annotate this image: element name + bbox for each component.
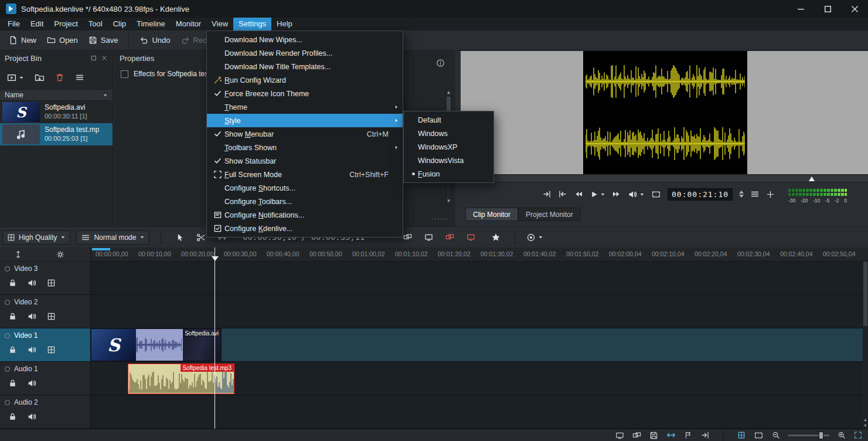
zone-mode-icon[interactable] [700,430,710,440]
menu-item-run-config-wizard[interactable]: Run Config Wizard [207,73,403,87]
menu-item-download-new-title-templates[interactable]: Download New Title Templates... [207,60,403,73]
bin-column-header[interactable]: Name [0,89,113,101]
volume-button[interactable] [628,189,645,199]
timeline-clip-video[interactable]: SSoftpedia.avi [91,328,222,361]
zone-mode-icon[interactable] [651,189,661,199]
lock-icon[interactable] [8,345,17,355]
tab-project-monitor[interactable]: Project Monitor [518,208,581,221]
menubar-item-project[interactable]: Project [49,18,83,30]
timeline-vscrollbar[interactable]: ▲ ▼ [863,262,868,429]
track-header-video-1[interactable]: Video 1 [0,328,91,362]
set-zone-out-icon[interactable] [558,189,567,199]
playhead-line[interactable] [215,247,215,429]
timeline-settings-icon[interactable] [56,250,64,259]
menu-item-configure-shortcuts[interactable]: Configure Shortcuts... [207,181,403,195]
track-target-indicator[interactable] [5,333,10,338]
track-lane-audio-2[interactable] [91,395,863,429]
zoom-in-icon[interactable] [838,431,846,439]
track-target-indicator[interactable] [5,367,10,372]
track-lane-video-1[interactable]: SSoftpedia.avi [91,328,863,362]
style-option-windowsvista[interactable]: WindowsVista [404,154,493,167]
stop-render-button[interactable] [464,230,479,245]
open-button[interactable]: Open [42,33,83,48]
markers-icon[interactable] [684,431,692,439]
menu-item-toolbars-shown[interactable]: Toolbars Shown [207,141,403,154]
monitor-menu-icon[interactable] [750,189,760,199]
minimize-button[interactable] [787,0,814,18]
hide-video-icon[interactable] [47,278,56,288]
undo-button[interactable]: Undo [134,33,175,48]
fit-zone-icon[interactable] [754,430,764,440]
zoom-slider[interactable] [788,435,829,436]
close-panel-icon[interactable] [101,55,108,62]
menu-item-full-screen-mode[interactable]: Full Screen ModeCtrl+Shift+F [207,168,403,181]
create-folder-icon[interactable] [35,73,45,83]
menu-item-style[interactable]: Style [207,114,403,127]
edit-mode-combo[interactable]: Normal mode [76,230,149,245]
quality-combo[interactable]: High Quality [2,230,70,245]
menu-item-configure-kdenlive[interactable]: Configure Kdenlive... [207,222,403,235]
autosave-icon[interactable] [649,431,658,440]
lock-icon[interactable] [8,278,17,288]
zoom-fit-icon[interactable] [854,431,862,439]
style-option-windowsxp[interactable]: WindowsXP [404,140,493,154]
track-target-indicator[interactable] [5,400,10,405]
tab-clip-monitor[interactable]: Clip Monitor [465,208,518,221]
rewind-icon[interactable] [574,189,583,199]
bin-clip-softpedia-avi[interactable]: SSoftpedia.avi00:00:30:11 [1] [0,101,113,123]
style-option-default[interactable]: Default [404,113,493,127]
lock-icon[interactable] [8,378,17,388]
menubar-item-tool[interactable]: Tool [83,18,108,30]
close-button[interactable] [841,0,868,18]
float-panel-icon[interactable] [90,55,97,62]
monitor-seekbar[interactable] [461,175,868,182]
snap-icon[interactable] [666,430,676,440]
track-lane-audio-1[interactable]: Softpedia test.mp3 [91,362,863,395]
mute-icon[interactable] [27,311,37,321]
save-button[interactable]: Save [83,33,124,48]
track-header-audio-2[interactable]: Audio 2 [0,395,91,429]
menu-item-theme[interactable]: Theme [207,100,403,114]
hide-video-icon[interactable] [47,345,56,355]
mute-icon[interactable] [27,278,37,288]
mute-icon[interactable] [27,412,37,422]
menubar-item-clip[interactable]: Clip [108,18,131,30]
panel-splitter-handle[interactable]: ...... [431,213,449,220]
menu-item-show-statusbar[interactable]: Show Statusbar [207,154,403,168]
track-target-indicator[interactable] [5,266,10,272]
mute-icon[interactable] [27,378,37,388]
bin-menu-icon[interactable] [75,73,84,82]
mute-icon[interactable] [27,345,37,355]
record-button[interactable] [526,233,543,242]
delete-clip-icon[interactable] [55,73,64,82]
track-header-audio-1[interactable]: Audio 1 [0,362,91,395]
monitor-add-icon[interactable] [766,190,775,199]
show-video-thumbnails-icon[interactable] [615,431,624,440]
menubar-item-timeline[interactable]: Timeline [131,18,171,30]
preview-render-button[interactable] [442,230,458,245]
new-button[interactable]: New [4,33,42,48]
track-resize-icon[interactable] [14,250,22,259]
menu-item-show-menubar[interactable]: Show MenubarCtrl+M [207,127,403,141]
menubar-item-edit[interactable]: Edit [25,18,49,30]
menu-item-download-new-render-profiles[interactable]: Download New Render Profiles... [207,46,403,60]
hide-video-icon[interactable] [47,311,56,321]
timeline-clip-audio[interactable]: Softpedia test.mp3 [128,364,234,394]
menu-item-force-breeze-icon-theme[interactable]: Force Breeze Icon Theme [207,87,403,100]
menu-item-configure-notifications[interactable]: Configure Notifications... [207,208,403,222]
timeline-ruler[interactable]: 00:00:00,0000:00:10,0000:00:20,0000:00:3… [91,247,868,262]
select-tool-button[interactable] [172,230,188,245]
style-option-fusion[interactable]: Fusion [404,167,493,181]
track-header-video-2[interactable]: Video 2 [0,295,91,328]
track-lane-video-2[interactable] [91,295,863,328]
monitor-timecode[interactable]: 00:00:21:10 [668,188,733,201]
play-button[interactable] [590,190,605,199]
set-zone-in-icon[interactable] [542,189,552,199]
favorite-effects-button[interactable] [488,230,503,245]
show-audio-thumbnails-icon[interactable] [632,431,641,440]
track-lane-video-3[interactable] [91,262,863,295]
track-target-indicator[interactable] [5,300,10,305]
grid-icon[interactable] [737,431,746,439]
menubar-item-view[interactable]: View [206,18,233,30]
effects-checkbox[interactable] [121,70,128,78]
